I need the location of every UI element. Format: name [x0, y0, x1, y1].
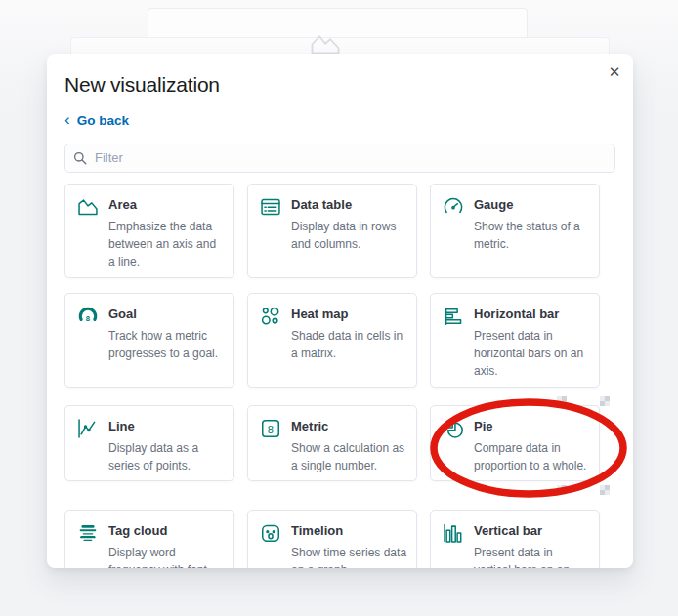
card-description: Compare data in proportion to a whole. — [474, 439, 591, 474]
vis-type-card-pie[interactable]: Pie Compare data in proportion to a whol… — [430, 405, 600, 481]
card-title: Area — [108, 197, 226, 213]
card-description: Display word frequency with font size. — [108, 544, 226, 569]
card-title: Data table — [291, 197, 408, 213]
card-title: Goal — [108, 307, 226, 322]
card-title: Vertical bar — [474, 523, 591, 539]
chevron-left-icon: ‹ — [64, 114, 70, 126]
data-table-icon — [260, 196, 281, 218]
search-icon — [73, 151, 87, 165]
vis-type-card-line[interactable]: Line Display data as a series of points. — [64, 405, 234, 481]
annotation-handle — [557, 485, 567, 495]
vis-type-card-horizontal-bar[interactable]: Horizontal bar Present data in horizonta… — [430, 293, 600, 388]
goal-number: 8 — [86, 313, 91, 322]
area-chart-icon — [77, 196, 99, 218]
vis-type-card-metric[interactable]: 8 Metric Show a calculation as a single … — [247, 405, 417, 481]
card-title: Pie — [474, 419, 591, 434]
card-title: Timelion — [291, 523, 408, 539]
card-description: Display data in rows and columns. — [291, 218, 408, 253]
card-title: Horizontal bar — [474, 307, 591, 322]
card-description: Present data in vertical bars on an axis… — [474, 544, 591, 569]
line-chart-icon — [77, 418, 99, 439]
go-back-label: Go back — [77, 113, 129, 128]
gauge-icon — [443, 196, 464, 218]
metric-number: 8 — [268, 423, 274, 434]
vis-type-card-vertical-bar[interactable]: Vertical bar Present data in vertical ba… — [430, 510, 600, 569]
go-back-link[interactable]: ‹ Go back — [64, 113, 129, 128]
vis-type-card-timelion[interactable]: Timelion Show time series data on a grap… — [247, 510, 417, 569]
tag-cloud-icon — [77, 522, 99, 544]
vis-type-card-data-table[interactable]: Data table Display data in rows and colu… — [247, 184, 417, 278]
card-description: Present data in horizontal bars on an ax… — [474, 327, 591, 380]
vis-type-card-heat-map[interactable]: Heat map Shade data in cells in a matrix… — [247, 293, 417, 388]
close-icon[interactable]: ✕ — [604, 62, 625, 83]
page-title: New visualization — [64, 73, 615, 97]
card-description: Shade data in cells in a matrix. — [291, 327, 408, 362]
card-title: Metric — [291, 419, 408, 434]
metric-icon: 8 — [260, 418, 281, 439]
vertical-bar-icon — [443, 522, 464, 544]
card-description: Show a calculation as a single number. — [291, 439, 408, 474]
faint-area-chart-icon — [311, 31, 340, 55]
annotation-handle — [557, 396, 567, 406]
goal-icon: 8 — [77, 306, 99, 327]
horizontal-bar-icon — [443, 306, 464, 327]
card-title: Tag cloud — [108, 523, 226, 539]
vis-type-card-gauge[interactable]: Gauge Show the status of a metric. — [430, 184, 600, 278]
card-title: Gauge — [474, 197, 591, 213]
vis-type-card-tag-cloud[interactable]: Tag cloud Display word frequency with fo… — [64, 510, 234, 569]
annotation-handle — [600, 396, 610, 406]
pie-chart-icon — [443, 418, 464, 439]
card-description: Display data as a series of points. — [108, 439, 226, 474]
annotation-handle — [600, 485, 610, 495]
vis-type-card-goal[interactable]: 8 Goal Track how a metric progresses to … — [64, 293, 234, 388]
card-title: Heat map — [291, 307, 408, 322]
new-visualization-modal: ✕ New visualization ‹ Go back Area Empha… — [47, 54, 633, 568]
card-description: Show time series data on a graph. — [291, 544, 408, 569]
heat-map-icon — [260, 306, 281, 327]
card-description: Show the status of a metric. — [474, 218, 591, 253]
card-title: Line — [108, 419, 226, 434]
card-description: Emphasize the data between an axis and a… — [108, 218, 226, 270]
timelion-icon — [260, 522, 281, 544]
filter-field — [64, 144, 615, 173]
card-description: Track how a metric progresses to a goal. — [108, 327, 226, 362]
visualization-type-grid: Area Emphasize the data between an axis … — [64, 184, 615, 569]
filter-input[interactable] — [64, 144, 615, 173]
vis-type-card-area[interactable]: Area Emphasize the data between an axis … — [64, 184, 234, 278]
